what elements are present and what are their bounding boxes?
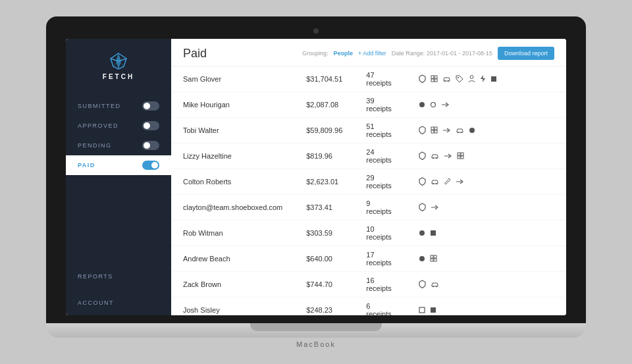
add-filter-button[interactable]: + Add filter: [358, 50, 386, 57]
wrench-icon: [444, 177, 451, 186]
filled-square-icon: [430, 230, 436, 236]
download-report-button[interactable]: Download report: [498, 47, 554, 60]
row-name: Josh Sisley: [171, 297, 294, 315]
sidebar-account[interactable]: Account: [66, 288, 171, 315]
svg-point-4: [444, 80, 446, 82]
svg-rect-20: [458, 153, 460, 155]
svg-rect-21: [461, 153, 463, 155]
approved-toggle[interactable]: [142, 121, 159, 130]
laptop-notch: [250, 323, 382, 331]
row-amount: $248.23: [294, 297, 354, 315]
row-icons: [407, 117, 566, 143]
table-row[interactable]: Lizzy Hazeltine$819.9624 receipts: [171, 143, 566, 169]
table-row[interactable]: Tobi Walter$59,809.9651 receipts: [171, 117, 566, 143]
svg-rect-14: [434, 130, 437, 133]
svg-point-16: [461, 132, 462, 133]
svg-rect-23: [461, 156, 463, 159]
row-name: Sam Glover: [171, 66, 294, 92]
svg-point-6: [458, 77, 459, 78]
car-icon: [442, 76, 451, 82]
row-receipts: 17 receipts: [354, 246, 407, 271]
table-row[interactable]: clayton@team.shoeboxed.com$373.419 recei…: [171, 194, 566, 220]
table-row[interactable]: Mike Hourigan$2,087.0839 receipts: [171, 91, 566, 117]
main-content: Paid Grouping: People + Add filter Date …: [171, 39, 566, 315]
table-row[interactable]: Zack Brown$744.7016 receipts: [171, 271, 566, 297]
row-receipts: 29 receipts: [354, 169, 407, 194]
svg-rect-1: [434, 76, 437, 78]
laptop-screen: FETCH SUBMITTED APPROVED PENDING: [66, 39, 566, 315]
row-amount: $373.41: [294, 194, 354, 220]
grid-icon: [431, 75, 438, 82]
svg-rect-27: [431, 230, 436, 236]
car-icon: [456, 127, 464, 134]
svg-point-25: [436, 183, 437, 184]
sidebar-item-pending[interactable]: PENDING: [66, 136, 171, 155]
row-receipts: 10 receipts: [354, 220, 407, 246]
filled-circle-icon: [469, 127, 475, 134]
sidebar-item-submitted[interactable]: SUBMITTED: [66, 96, 171, 116]
row-amount: $744.70: [294, 271, 354, 297]
row-receipts: 51 receipts: [354, 117, 407, 143]
arrow-icon: [444, 152, 452, 159]
svg-point-33: [433, 286, 434, 287]
arrow-icon: [456, 178, 464, 185]
svg-point-5: [448, 80, 449, 82]
svg-rect-12: [434, 127, 437, 130]
row-amount: $303.59: [294, 220, 354, 246]
grid-icon: [431, 126, 438, 134]
grid-icon: [430, 255, 437, 262]
laptop-brand-label: MacBook: [46, 340, 586, 348]
svg-rect-35: [419, 307, 425, 313]
table-row[interactable]: Josh Sisley$248.236 receipts: [171, 297, 566, 315]
row-icons: [407, 91, 566, 117]
svg-rect-22: [458, 156, 460, 159]
sidebar: FETCH SUBMITTED APPROVED PENDING: [66, 39, 171, 315]
filled-square-icon: [490, 76, 497, 82]
svg-point-34: [436, 286, 437, 287]
filled-square-icon: [430, 307, 436, 313]
paid-toggle[interactable]: [142, 161, 159, 170]
arrow-icon: [441, 101, 450, 108]
table-row[interactable]: Sam Glover$31,704.5147 receipts: [171, 66, 566, 92]
circle-icon: [430, 101, 436, 108]
logo-text: FETCH: [103, 73, 134, 80]
row-name: Zack Brown: [171, 271, 294, 297]
shield-icon: [419, 151, 426, 160]
row-icons: [407, 297, 566, 315]
svg-point-15: [458, 132, 459, 133]
row-receipts: 24 receipts: [354, 143, 407, 169]
row-receipts: 39 receipts: [354, 91, 407, 117]
sidebar-item-approved[interactable]: APPROVED: [66, 116, 171, 136]
table-row[interactable]: Rob Witman$303.5910 receipts: [171, 220, 566, 246]
svg-rect-2: [431, 79, 434, 82]
sidebar-item-paid[interactable]: PAID: [66, 155, 171, 175]
arrow-icon: [431, 203, 439, 211]
row-amount: $31,704.51: [294, 66, 354, 92]
row-amount: $2,087.08: [294, 91, 354, 117]
svg-rect-11: [431, 127, 434, 130]
table-row[interactable]: Colton Roberts$2,623.0129 receipts: [171, 169, 566, 194]
svg-rect-36: [431, 307, 436, 313]
svg-point-26: [419, 230, 425, 236]
grouping-value[interactable]: People: [334, 50, 354, 57]
row-icons: [407, 271, 566, 297]
filled-circle-icon: [419, 101, 425, 108]
page-title: Paid: [183, 47, 207, 61]
row-icons: [407, 246, 566, 271]
row-icons: [407, 66, 566, 92]
svg-point-19: [436, 157, 437, 159]
row-receipts: 6 receipts: [354, 297, 407, 315]
submitted-toggle[interactable]: [142, 101, 159, 111]
row-receipts: 9 receipts: [354, 194, 407, 220]
logo-area: FETCH: [66, 39, 171, 91]
table-row[interactable]: Andrew Beach$640.0017 receipts: [171, 246, 566, 271]
lightning-icon: [480, 74, 486, 83]
sidebar-reports[interactable]: Reports: [66, 263, 171, 288]
row-receipts: 16 receipts: [354, 271, 407, 297]
row-icons: [407, 169, 566, 194]
pending-toggle[interactable]: [142, 141, 159, 150]
shield-icon: [419, 126, 426, 134]
row-name: Lizzy Hazeltine: [171, 143, 294, 169]
row-name: Tobi Walter: [171, 117, 294, 143]
svg-point-10: [431, 102, 436, 107]
